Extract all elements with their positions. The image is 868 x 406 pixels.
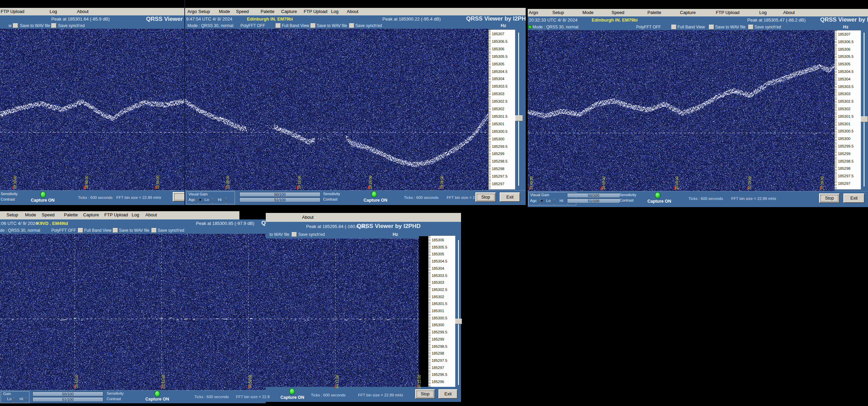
menu-speed[interactable]: Speed bbox=[236, 9, 249, 14]
menu-about[interactable]: About bbox=[145, 212, 157, 217]
menu-setup[interactable]: Setup bbox=[552, 10, 564, 15]
menu-about[interactable]: About bbox=[783, 10, 795, 15]
stop-button[interactable]: Stop bbox=[475, 192, 496, 202]
save-wav-checkbox[interactable] bbox=[311, 23, 316, 28]
menu-log[interactable]: Log bbox=[132, 212, 139, 217]
frequency-scrollbar[interactable] bbox=[518, 32, 520, 186]
control-bar-front-left: Visual Gain Agc Lo Hi 50/100 51/100 Sens… bbox=[185, 190, 526, 205]
menu-palette[interactable]: Palette bbox=[64, 212, 78, 217]
menu-setup[interactable]: Setup bbox=[6, 212, 18, 217]
peak-readout: Peak at 185300.22 (-95.4 dB) bbox=[382, 16, 441, 22]
capture-on-label: Capture ON bbox=[145, 397, 169, 402]
save-wav-checkbox[interactable] bbox=[113, 228, 118, 233]
frequency-scrollbar-thumb[interactable] bbox=[860, 116, 868, 122]
menu-speed[interactable]: Speed bbox=[42, 212, 55, 217]
menu-mode[interactable]: Mode bbox=[219, 9, 230, 14]
save-synced-checkbox[interactable] bbox=[292, 232, 297, 237]
frequency-scrollbar[interactable] bbox=[458, 240, 459, 385]
save-wav-checkbox[interactable] bbox=[13, 23, 18, 28]
frequency-scrollbar-thumb[interactable] bbox=[515, 115, 523, 121]
options-row-top-right: Mode : QRSS 30, normal PolyFFT OFF Full … bbox=[528, 24, 868, 30]
peak-readout: Peak at 185305.47 (-88.2 dB) bbox=[747, 17, 806, 23]
exit-button[interactable]: Exit bbox=[500, 192, 520, 202]
menu-argo[interactable]: Argo bbox=[187, 9, 197, 14]
full-band-view-fragment: w bbox=[9, 23, 12, 28]
freq-label: 185303 bbox=[838, 92, 851, 96]
exit-button[interactable]: Exit bbox=[438, 389, 458, 399]
freq-label: 185303.5 bbox=[432, 274, 447, 278]
menu-ftp-upload[interactable]: FTP Upload bbox=[304, 9, 327, 14]
spectrogram-display-top-right[interactable] bbox=[528, 30, 834, 191]
scale-minor-ticks bbox=[489, 30, 491, 189]
menu-mode[interactable]: Mode bbox=[25, 212, 36, 217]
full-band-checkbox[interactable] bbox=[276, 23, 281, 28]
freq-label: 185300 bbox=[432, 323, 444, 327]
freq-label: 185302.5 bbox=[492, 99, 508, 103]
hi-radio[interactable] bbox=[26, 397, 26, 403]
freq-label: 185299 bbox=[492, 152, 504, 156]
polyfft-label: PolyFFT OFF bbox=[51, 228, 76, 233]
freq-label: 185306.5 bbox=[492, 39, 508, 43]
agc-radio[interactable] bbox=[198, 198, 199, 204]
utc-timestamp: 20:32:33 UTC 4/ 8/ 2024 bbox=[529, 17, 577, 23]
spectrogram-display-bottom-right[interactable] bbox=[266, 239, 419, 388]
menu-speed[interactable]: Speed bbox=[611, 10, 624, 15]
exit-button[interactable]: Exit bbox=[843, 193, 865, 203]
fft-bin-label: FFT bin size = 22.89 mHz bbox=[116, 195, 161, 200]
sensitivity-slider[interactable]: 50/100 bbox=[32, 392, 103, 396]
menu-palette[interactable]: Palette bbox=[261, 9, 274, 14]
menu-ftp-upload[interactable]: FTP Upload bbox=[1, 9, 24, 14]
menu-log[interactable]: Log bbox=[50, 9, 57, 14]
menu-capture[interactable]: Capture bbox=[281, 9, 297, 14]
save-synced-checkbox[interactable] bbox=[748, 25, 753, 29]
titlebar-bottom-back: Peak at 185295.84 (-160.0 dB) QRSS Viewe… bbox=[266, 222, 461, 231]
peak-readout: Peak at 185301.64 (-85.9 dB) bbox=[51, 16, 110, 22]
lo-radio[interactable] bbox=[212, 198, 213, 204]
sensitivity-label: Sensitivity bbox=[619, 193, 636, 197]
contrast-slider[interactable]: 51/100 bbox=[567, 199, 620, 203]
full-band-checkbox[interactable] bbox=[78, 228, 83, 233]
save-synced-checkbox[interactable] bbox=[152, 228, 157, 233]
menu-log[interactable]: Log bbox=[759, 10, 767, 15]
sensitivity-label: Sensitivity bbox=[323, 192, 340, 196]
freq-label: 185305 bbox=[838, 62, 851, 66]
save-wav-label-fragment: to WAV file bbox=[269, 232, 289, 237]
frequency-scrollbar[interactable] bbox=[863, 32, 865, 187]
spectrogram-display-bottom-left[interactable] bbox=[0, 234, 266, 390]
menu-about[interactable]: About bbox=[302, 215, 314, 220]
freq-label: 185306.5 bbox=[838, 40, 854, 44]
save-wav-checkbox[interactable] bbox=[709, 25, 714, 29]
full-band-label: Full Band View bbox=[84, 228, 111, 233]
menu-about[interactable]: About bbox=[77, 9, 89, 14]
menu-capture[interactable]: Capture bbox=[83, 212, 99, 217]
menu-palette[interactable]: Palette bbox=[647, 10, 661, 15]
contrast-slider[interactable]: 51/100 bbox=[239, 198, 320, 202]
callsign: K9VD . EM49td bbox=[37, 221, 68, 226]
titlebar-gap bbox=[239, 211, 266, 219]
stop-button[interactable]: Stop bbox=[819, 193, 840, 203]
menu-log[interactable]: Log bbox=[331, 9, 339, 14]
menu-argo[interactable]: Argo bbox=[529, 10, 538, 15]
lo-radio[interactable] bbox=[13, 397, 14, 403]
menu-capture[interactable]: Capture bbox=[680, 10, 696, 15]
menu-mode[interactable]: Mode bbox=[582, 10, 594, 15]
menubar-front-left: ArgoSetupModeSpeedPaletteCaptureFTP Uplo… bbox=[185, 8, 526, 16]
lo-radio[interactable] bbox=[554, 199, 554, 205]
sensitivity-slider[interactable]: 50/100 bbox=[567, 193, 620, 198]
frequency-scrollbar-thumb[interactable] bbox=[455, 319, 462, 324]
menu-setup[interactable]: Setup bbox=[198, 9, 210, 14]
stop-button[interactable]: Stop bbox=[415, 389, 435, 399]
spectrogram-display-top-left[interactable] bbox=[0, 29, 488, 190]
menu-ftp-upload[interactable]: FTP Upload bbox=[716, 10, 739, 15]
scale-panel-front-left: 185307185306.5185306185305.5185305185304… bbox=[488, 29, 526, 191]
hi-radio[interactable] bbox=[226, 198, 226, 204]
agc-label: Agc bbox=[188, 198, 195, 202]
menu-ftp-upload[interactable]: FTP Upload bbox=[104, 212, 128, 217]
save-synced-checkbox[interactable] bbox=[349, 23, 354, 28]
menu-about[interactable]: About bbox=[347, 9, 358, 14]
save-synced-checkbox[interactable] bbox=[51, 23, 56, 28]
agc-radio[interactable] bbox=[540, 199, 540, 205]
full-band-checkbox[interactable] bbox=[671, 25, 676, 29]
contrast-slider[interactable]: 51/100 bbox=[32, 397, 103, 402]
sensitivity-slider[interactable]: 50/100 bbox=[239, 192, 320, 197]
